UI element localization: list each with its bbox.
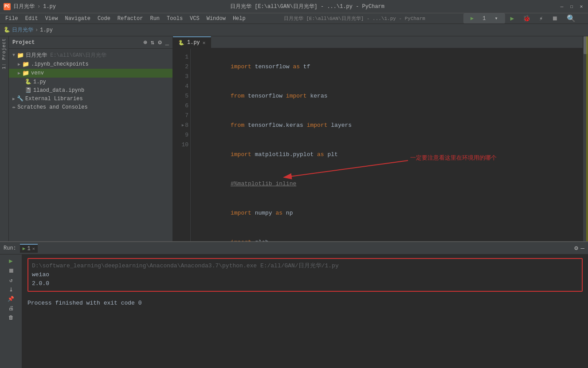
run-tab-item-1[interactable]: ▶ 1 ✕ [20, 244, 38, 253]
run-stop-button[interactable]: ⏹ [8, 267, 14, 274]
code-line-4: import matplotlib.pyplot as plt [196, 140, 577, 169]
project-minimize-icon[interactable]: _ [165, 39, 169, 46]
debug-button[interactable]: 🐞 [519, 14, 534, 23]
code-editor[interactable]: 1 2 3 4 5 6 7 ▶8 9 10 import tensorflow … [173, 49, 583, 241]
run-config-dropdown[interactable]: ▾ [491, 14, 502, 23]
run-config-selector[interactable]: ▶ 1 ▾ [463, 13, 505, 23]
title-display: 日月光华 [E:\all\GAN\日月光华] - ...\1.py - PyCh… [249, 14, 460, 23]
breadcrumb-file[interactable]: 1.py [40, 27, 53, 33]
fold-icon-8[interactable]: ▶ [182, 121, 184, 130]
run-clear-button[interactable]: 🗑 [8, 314, 14, 321]
line-num-4: 4 [173, 82, 188, 91]
title-project: 日月光华 [13, 3, 35, 10]
run-output-version: 2.0.0 [32, 279, 578, 288]
run-item-label: 1 [27, 246, 30, 252]
tree-scratches-icon: ✏️ [12, 104, 16, 110]
project-title: Project [12, 39, 35, 46]
run-settings-icon[interactable]: ⚙ [574, 244, 578, 252]
editor-area: 🐍 1.py ✕ 1 2 3 4 5 6 7 ▶8 9 10 [173, 36, 583, 241]
run-pin-button[interactable]: 📌 [8, 296, 14, 302]
menu-file[interactable]: File [2, 15, 22, 23]
menu-run[interactable]: Run [146, 15, 163, 23]
menu-code[interactable]: Code [94, 15, 114, 23]
run-content-wrapper: ▶ ⏹ ↺ ⤓ 📌 🖨 🗑 D:\software_learning\deepl… [0, 254, 588, 368]
menu-edit[interactable]: Edit [22, 15, 42, 23]
breadcrumb-sep: › [35, 27, 38, 33]
project-expand-icon[interactable]: ⇅ [151, 39, 154, 46]
project-panel: Project ⊕ ⇅ ⚙ _ ▼ 📁 日月光华 E:\all\GAN\日月光华… [9, 36, 173, 241]
menu-refactor[interactable]: Refactor [114, 15, 147, 23]
line-num-10: 10 [173, 140, 188, 150]
run-left-strip: ▶ ⏹ ↺ ⤓ 📌 🖨 🗑 [0, 254, 22, 368]
tree-1laod-label: 1laod_data.ipynb [33, 87, 84, 94]
menu-view[interactable]: View [42, 15, 62, 23]
tree-root[interactable]: ▼ 📁 日月光华 E:\all\GAN\日月光华 [9, 51, 172, 60]
line-num-8: ▶8 [173, 121, 188, 130]
run-config: ▶ 1 ▾ ▶ 🐞 ⚡ ⏹ 🔍 [460, 12, 583, 25]
maximize-button[interactable]: ☐ [568, 4, 575, 10]
window-controls: — ☐ ✕ [559, 4, 584, 10]
line-num-6: 6 [173, 101, 188, 111]
tree-ipynb-label: .ipynb_checkpoints [31, 61, 89, 67]
run-button[interactable]: ▶ [507, 14, 517, 23]
menu-vcs[interactable]: VCS [186, 15, 203, 23]
run-tab-left: Run: ▶ 1 ✕ [4, 244, 38, 253]
tree-venv-arrow: ▶ [18, 70, 20, 76]
run-cmd-line: D:\software_learning\deeplearning\Anacon… [32, 262, 578, 270]
line-num-7: 7 [173, 111, 188, 121]
tree-root-label: 日月光华 E:\all\GAN\日月光华 [26, 51, 106, 59]
tree-external-libs[interactable]: ▶ 🔧 External Libraries [9, 94, 172, 103]
line-num-2: 2 [173, 62, 188, 72]
tree-root-icon: 📁 [17, 52, 24, 59]
left-strip: 1: Project [0, 36, 9, 241]
run-print-button[interactable]: 🖨 [8, 305, 14, 312]
tree-venv[interactable]: ▶ 📁 venv [9, 69, 172, 78]
close-button[interactable]: ✕ [578, 4, 584, 10]
main-layout: 1: Project Project ⊕ ⇅ ⚙ _ ▼ 📁 日月光华 E:\a… [0, 36, 588, 241]
title-file: 1.py [43, 4, 56, 10]
search-everywhere-icon[interactable]: 🔍 [563, 13, 579, 24]
run-rerun-button[interactable]: ↺ [9, 277, 12, 284]
kw-import-1: import [231, 63, 251, 70]
run-close-panel-icon[interactable]: — [581, 245, 584, 252]
minimize-button[interactable]: — [559, 4, 565, 10]
line-num-1: 1 [173, 52, 188, 62]
stop-button[interactable]: ⏹ [548, 14, 561, 23]
code-line-7: import glob [196, 228, 577, 241]
window-title: 日月光华 [E:\all\GAN\日月光华] - ...\1.py - PyCh… [56, 3, 559, 10]
line-numbers: 1 2 3 4 5 6 7 ▶8 9 10 [173, 49, 191, 241]
tree-root-arrow: ▼ [12, 53, 15, 58]
right-scrollbar[interactable] [583, 36, 588, 241]
run-scroll-end-button[interactable]: ⤓ [9, 286, 13, 293]
app-icon: PC [4, 3, 11, 10]
breadcrumb-project[interactable]: 日月光华 [12, 26, 33, 34]
run-config-icon: ▶ [467, 14, 477, 23]
title-left: PC 日月光华 › 1.py [4, 3, 56, 10]
tree-1laod[interactable]: 📓 1laod_data.ipynb [9, 86, 172, 94]
tree-scratches[interactable]: ✏️ Scratches and Consoles [9, 103, 172, 111]
run-blank-line [27, 295, 583, 299]
menu-window[interactable]: Window [203, 15, 229, 23]
run-play-button[interactable]: ▶ [9, 257, 12, 265]
code-content[interactable]: import tensorflow as tf from tensorflow … [191, 49, 583, 241]
run-output-weiao: weiao [32, 270, 578, 279]
tab-close-button[interactable]: ✕ [203, 40, 206, 46]
run-finished-line: Process finished with exit code 0 [27, 299, 583, 308]
tree-scratches-label: Scratches and Consoles [17, 104, 87, 110]
project-strip-label[interactable]: 1: Project [2, 38, 7, 69]
tree-1py[interactable]: 🐍 1.py [9, 78, 172, 86]
tree-ipynb-checkpoints[interactable]: ▶ 📁 .ipynb_checkpoints [9, 60, 172, 69]
tab-1py[interactable]: 🐍 1.py ✕ [173, 36, 211, 48]
menu-tools[interactable]: Tools [163, 15, 186, 23]
run-item-close[interactable]: ✕ [32, 246, 35, 251]
breadcrumb-bar: 🐍 日月光华 › 1.py [0, 24, 588, 36]
menu-navigate[interactable]: Navigate [61, 15, 94, 23]
coverage-button[interactable]: ⚡ [536, 14, 546, 23]
menu-help[interactable]: Help [229, 15, 249, 23]
project-settings-icon[interactable]: ⚙ [158, 39, 161, 46]
project-tree: ▼ 📁 日月光华 E:\all\GAN\日月光华 ▶ 📁 .ipynb_chec… [9, 49, 172, 241]
title-bar: PC 日月光华 › 1.py 日月光华 [E:\all\GAN\日月光华] - … [0, 0, 588, 13]
project-sync-icon[interactable]: ⊕ [143, 39, 147, 46]
code-line-1: import tensorflow as tf [196, 52, 577, 82]
tree-venv-icon: 📁 [22, 70, 29, 77]
